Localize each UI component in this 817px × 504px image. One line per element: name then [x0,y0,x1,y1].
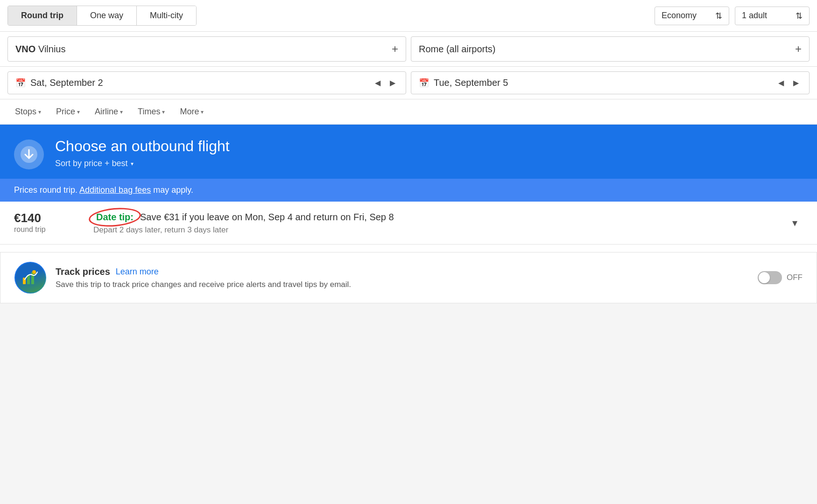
origin-add-button[interactable]: + [392,42,398,56]
passengers-selector[interactable]: 1 adult ⇅ [735,7,810,25]
tip-submessage: Depart 2 days later, return 3 days later [93,225,772,235]
date-tip-badge: Date tip: [93,211,136,224]
prices-text-after: may apply. [151,185,193,195]
track-prices-description: Save this trip to track price changes an… [56,280,748,289]
track-prices-row: ↑ Track prices Learn more Save this trip… [0,252,817,303]
selectors: Economy ⇅ 1 adult ⇅ [655,7,810,25]
filter-price[interactable]: Price ▾ [49,104,86,119]
filter-more[interactable]: More ▾ [173,104,210,119]
search-row: VNO Vilnius + Rome (all airports) + [0,32,817,67]
tip-line1: Date tip: Save €31 if you leave on Mon, … [93,211,772,224]
cabin-class-selector[interactable]: Economy ⇅ [655,7,729,25]
track-prices-title: Track prices [56,266,110,277]
price-label: round trip [14,225,79,234]
trip-type-tabs: Round trip One way Multi-city [7,6,197,26]
price-info: €140 round trip [14,211,79,234]
filter-row: Stops ▾ Price ▾ Airline ▾ Times ▾ More ▾ [0,99,817,125]
departure-prev-arrow[interactable]: ◀ [372,77,383,88]
filter-stops[interactable]: Stops ▾ [8,104,48,119]
track-title-row: Track prices Learn more [56,266,748,277]
filter-price-label: Price [56,107,75,117]
tab-one-way[interactable]: One way [77,6,137,25]
prices-bar: Prices round trip. Additional bag fees m… [0,179,817,202]
tab-round-trip[interactable]: Round trip [8,6,77,25]
destination-field[interactable]: Rome (all airports) + [411,36,810,62]
outbound-heading: Choose an outbound flight [55,138,230,155]
departure-next-arrow[interactable]: ▶ [387,77,398,88]
trip-tabs-row: Round trip One way Multi-city Economy ⇅ … [0,0,817,32]
cabin-class-label: Economy [662,11,697,21]
toggle-off-label: OFF [787,273,803,282]
prices-text-before: Prices round trip. [14,185,79,195]
expand-tip-button[interactable]: ▾ [786,215,803,231]
filter-more-chevron-icon: ▾ [201,109,204,115]
filter-stops-label: Stops [15,107,36,117]
return-next-arrow[interactable]: ▶ [790,77,802,88]
passengers-chevron-icon: ⇅ [796,11,803,21]
departure-date-field[interactable]: 📅 Sat, September 2 ◀ ▶ [7,71,406,94]
filter-airline[interactable]: Airline ▾ [88,104,129,119]
return-date-value: Tue, September 5 [434,77,775,88]
tip-content: Date tip: Save €31 if you leave on Mon, … [93,211,772,235]
outbound-text: Choose an outbound flight Sort by price … [55,138,230,168]
svg-text:↑: ↑ [32,271,34,274]
origin-field[interactable]: VNO Vilnius + [7,36,406,62]
sort-chevron-icon: ▾ [131,161,134,167]
track-text-area: Track prices Learn more Save this trip t… [56,266,748,289]
return-date-nav: ◀ ▶ [775,77,802,88]
filter-times[interactable]: Times ▾ [131,104,171,119]
toggle-knob [759,272,770,283]
tip-message: Save €31 if you leave on Mon, Sep 4 and … [140,212,394,223]
filter-price-chevron-icon: ▾ [77,109,80,115]
departure-date-nav: ◀ ▶ [372,77,398,88]
sort-label: Sort by price + best [55,159,128,168]
sort-by-button[interactable]: Sort by price + best ▾ [55,159,230,168]
tip-row: €140 round trip Date tip: Save €31 if yo… [0,202,817,245]
filter-more-label: More [180,107,199,117]
price-tag-chart-icon: ↑ [21,268,40,287]
download-arrow-icon [21,146,37,163]
passengers-label: 1 adult [742,11,767,21]
filter-stops-chevron-icon: ▾ [38,109,41,115]
tab-multi-city[interactable]: Multi-city [137,6,196,25]
date-row: 📅 Sat, September 2 ◀ ▶ 📅 Tue, September … [0,67,817,99]
track-prices-toggle[interactable] [758,271,782,284]
origin-value: VNO Vilnius [15,44,392,55]
departure-date-value: Sat, September 2 [30,77,372,88]
track-icon-inner: ↑ [15,263,45,293]
filter-times-label: Times [138,107,160,117]
return-prev-arrow[interactable]: ◀ [775,77,787,88]
cabin-class-chevron-icon: ⇅ [715,11,722,21]
price-amount: €140 [14,211,79,225]
learn-more-link[interactable]: Learn more [116,267,159,277]
destination-add-button[interactable]: + [795,42,802,56]
toggle-area: OFF [758,271,803,284]
outbound-icon-circle [14,140,44,169]
additional-bag-fees-link[interactable]: Additional bag fees [79,185,151,195]
filter-airline-chevron-icon: ▾ [120,109,123,115]
return-calendar-icon: 📅 [419,78,429,88]
return-date-field[interactable]: 📅 Tue, September 5 ◀ ▶ [411,71,810,94]
departure-calendar-icon: 📅 [15,78,26,88]
filter-times-chevron-icon: ▾ [162,109,165,115]
filter-airline-label: Airline [95,107,118,117]
main-container: Round trip One way Multi-city Economy ⇅ … [0,0,817,303]
track-prices-icon: ↑ [14,262,46,294]
destination-value: Rome (all airports) [419,44,795,55]
outbound-header: Choose an outbound flight Sort by price … [0,125,817,179]
